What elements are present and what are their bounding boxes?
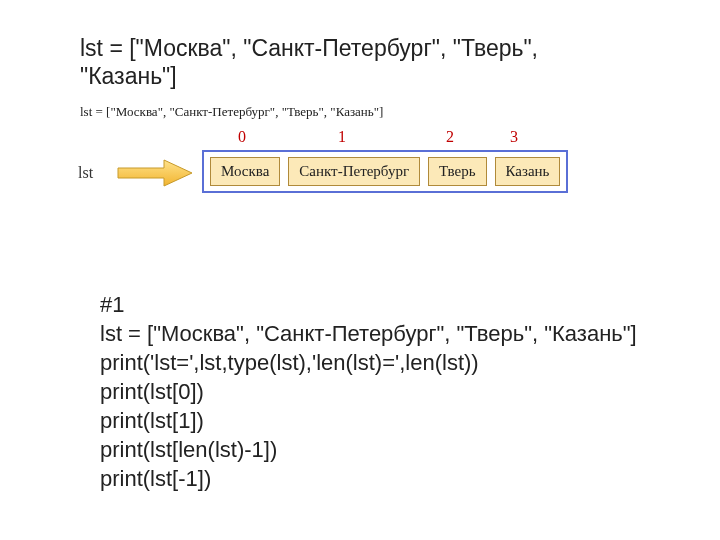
- variable-label: lst: [78, 164, 93, 182]
- code-line-4: print(lst[0]): [100, 377, 640, 406]
- code-line-1: #1: [100, 290, 640, 319]
- index-3: 3: [510, 128, 518, 146]
- code-line-5: print(lst[1]): [100, 406, 640, 435]
- svg-marker-0: [118, 160, 192, 186]
- index-row: 0 1 2 3: [208, 128, 578, 150]
- list-cell-2: Тверь: [428, 157, 486, 186]
- arrow-icon: [116, 158, 194, 188]
- code-line-3: print('lst=',lst,type(lst),'len(lst)=',l…: [100, 348, 640, 377]
- index-2: 2: [446, 128, 454, 146]
- slide: lst = ["Москва", "Санкт-Петербург", "Тве…: [0, 0, 720, 540]
- index-0: 0: [238, 128, 246, 146]
- list-cell-0: Москва: [210, 157, 280, 186]
- index-1: 1: [338, 128, 346, 146]
- code-line-7: print(lst[-1]): [100, 464, 640, 493]
- code-line-2: lst = ["Москва", "Санкт-Петербург", "Тве…: [100, 319, 640, 348]
- list-cell-1: Санкт-Петербург: [288, 157, 420, 186]
- list-cell-3: Казань: [495, 157, 561, 186]
- code-block: #1 lst = ["Москва", "Санкт-Петербург", "…: [100, 290, 640, 493]
- heading-code-line: lst = ["Москва", "Санкт-Петербург", "Тве…: [80, 34, 640, 90]
- code-line-6: print(lst[len(lst)-1]): [100, 435, 640, 464]
- list-container: Москва Санкт-Петербург Тверь Казань: [202, 150, 568, 193]
- small-code-line: lst = ["Москва", "Санкт-Петербург", "Тве…: [80, 104, 383, 120]
